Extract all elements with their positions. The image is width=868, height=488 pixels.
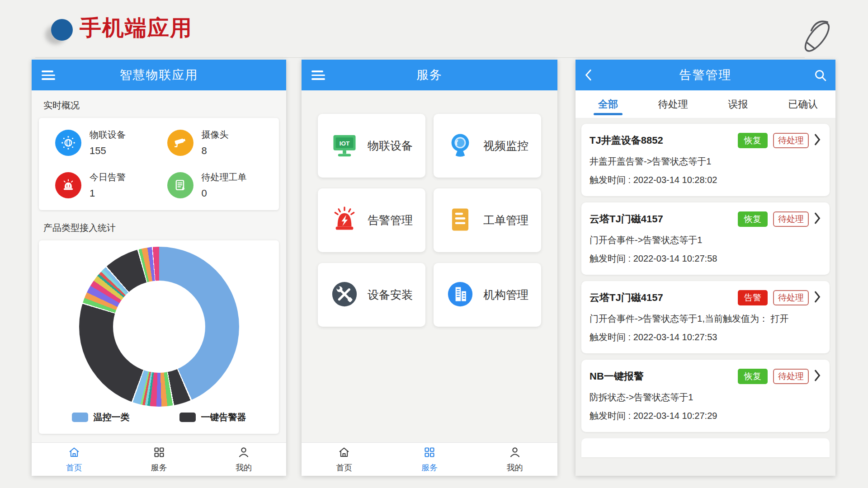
services-grid: IOT 物联设备 视频监控 — [318, 114, 541, 327]
divider-line — [35, 57, 805, 58]
donut-chart — [79, 247, 239, 407]
appbar-title: 服务 — [416, 67, 443, 83]
status-badge: 恢复 — [738, 133, 768, 148]
nav-home[interactable]: 首页 — [32, 446, 117, 473]
alarm-description: 门开合事件->告警状态等于1 — [590, 234, 821, 246]
user-icon — [509, 446, 521, 460]
pending-tag-badge: 待处理 — [773, 369, 809, 384]
product-type-chart-card: 温控一类 一键告警器 — [39, 240, 279, 434]
alarm-title: 云塔TJ门磁4157 — [590, 291, 738, 305]
status-badge: 告警 — [738, 290, 768, 305]
grid-icon — [423, 446, 436, 460]
menu-icon[interactable] — [311, 70, 325, 82]
stat-value: 8 — [202, 145, 229, 157]
stat-today-alarms[interactable]: 今日告警 1 — [47, 171, 159, 199]
nav-home[interactable]: 首页 — [302, 446, 387, 473]
appbar: 告警管理 — [576, 60, 835, 90]
alarm-card[interactable]: TJ井盖设备8852 恢复 待处理 井盖开盖告警->告警状态等于1 触发时间 :… — [581, 124, 830, 196]
nav-services[interactable]: 服务 — [117, 446, 202, 473]
bottom-nav: 首页 服务 我的 — [302, 442, 557, 476]
stat-pending-workorders[interactable]: 待处理工单 0 — [159, 171, 271, 199]
appbar-title: 告警管理 — [679, 67, 732, 83]
alarm-trigger-time: 触发时间 : 2022-03-14 10:27:29 — [590, 410, 821, 422]
iot-monitor-icon: IOT — [330, 131, 359, 161]
chevron-right-icon[interactable] — [813, 133, 821, 148]
service-workorder-management[interactable]: 工单管理 — [434, 188, 541, 252]
service-iot-devices[interactable]: IOT 物联设备 — [318, 114, 425, 178]
stat-iot-devices[interactable]: 物联设备 155 — [47, 129, 159, 157]
stat-label: 摄像头 — [202, 129, 229, 141]
appbar: 智慧物联应用 — [32, 60, 286, 90]
alarm-card-partial — [581, 438, 830, 457]
title-bullet — [51, 19, 73, 41]
legend-swatch — [179, 413, 196, 422]
pending-tag-badge: 待处理 — [773, 211, 809, 227]
section-label-chart: 产品类型接入统计 — [32, 213, 286, 239]
tab-false-alarm[interactable]: 误报 — [706, 90, 771, 118]
chevron-right-icon[interactable] — [813, 369, 821, 384]
alarm-description: 井盖开盖告警->告警状态等于1 — [590, 155, 821, 168]
stat-label: 物联设备 — [90, 129, 126, 141]
legend-item: 温控一类 — [72, 411, 130, 423]
alarm-card[interactable]: 云塔TJ门磁4157 恢复 待处理 门开合事件->告警状态等于1 触发时间 : … — [581, 202, 830, 275]
legend-item: 一键告警器 — [179, 411, 246, 423]
workorder-doc-icon — [446, 206, 474, 235]
stat-value: 0 — [202, 188, 247, 199]
alarm-trigger-time: 触发时间 : 2022-03-14 10:27:53 — [590, 331, 821, 343]
service-organization-management[interactable]: 机构管理 — [434, 263, 541, 327]
stat-value: 1 — [90, 188, 126, 199]
alarm-list: TJ井盖设备8852 恢复 待处理 井盖开盖告警->告警状态等于1 触发时间 :… — [576, 118, 835, 457]
menu-icon[interactable] — [42, 70, 55, 82]
appbar: 服务 — [302, 60, 557, 90]
alarm-trigger-time: 触发时间 : 2022-03-14 10:27:58 — [590, 253, 821, 265]
chevron-right-icon[interactable] — [813, 212, 821, 226]
pending-tag-badge: 待处理 — [773, 133, 809, 148]
alarm-trigger-time: 触发时间 : 2022-03-14 10:28:02 — [590, 174, 821, 186]
workorder-icon — [167, 172, 193, 198]
phone-screen-dashboard: 智慧物联应用 实时概况 物联设备 155 — [32, 60, 286, 476]
home-icon — [68, 446, 80, 460]
home-icon — [338, 446, 350, 460]
alarm-filter-tabs: 全部 待处理 误报 已确认 — [576, 90, 835, 118]
alarm-title: TJ井盖设备8852 — [590, 134, 738, 147]
service-device-installation[interactable]: 设备安装 — [318, 263, 425, 327]
iot-network-icon — [55, 130, 81, 156]
nav-profile[interactable]: 我的 — [201, 446, 286, 473]
tab-pending[interactable]: 待处理 — [641, 90, 706, 118]
pending-tag-badge: 待处理 — [773, 290, 809, 305]
status-badge: 恢复 — [738, 369, 768, 384]
stat-cameras[interactable]: 摄像头 8 — [159, 129, 271, 157]
alarm-description: 门开合事件->告警状态等于1,当前触发值为： 打开 — [590, 313, 821, 325]
appbar-title: 智慧物联应用 — [120, 67, 198, 83]
nav-profile[interactable]: 我的 — [472, 446, 557, 473]
search-icon[interactable] — [814, 69, 827, 84]
stat-value: 155 — [90, 145, 126, 157]
page-title: 手机端应用 — [80, 14, 193, 42]
alarm-card[interactable]: NB一键报警 恢复 待处理 防拆状态->告警状态等于1 触发时间 : 2022-… — [581, 360, 830, 432]
nav-services[interactable]: 服务 — [387, 446, 472, 473]
back-icon[interactable] — [583, 69, 594, 83]
chevron-right-icon[interactable] — [813, 291, 821, 305]
building-icon — [446, 280, 474, 310]
chart-legend: 温控一类 一键告警器 — [72, 411, 246, 423]
alarm-icon — [55, 172, 81, 198]
realtime-stats-card: 物联设备 155 摄像头 8 — [39, 118, 279, 210]
webcam-icon — [446, 131, 474, 161]
service-video-monitoring[interactable]: 视频监控 — [434, 114, 541, 178]
alarm-title: 云塔TJ门磁4157 — [590, 212, 738, 226]
siren-icon — [330, 206, 359, 235]
stat-label: 待处理工单 — [202, 171, 247, 183]
service-alarm-management[interactable]: 告警管理 — [318, 188, 425, 252]
tools-icon — [330, 280, 359, 310]
bottom-nav: 首页 服务 我的 — [32, 442, 286, 476]
alarm-title: NB一键报警 — [590, 370, 738, 383]
user-icon — [237, 446, 250, 460]
pen-icon — [797, 16, 836, 60]
alarm-description: 防拆状态->告警状态等于1 — [590, 391, 821, 404]
section-label-realtime: 实时概况 — [32, 90, 286, 117]
alarm-card[interactable]: 云塔TJ门磁4157 告警 待处理 门开合事件->告警状态等于1,当前触发值为：… — [581, 281, 830, 353]
camera-icon — [167, 130, 193, 156]
legend-swatch — [72, 413, 88, 422]
tab-confirmed[interactable]: 已确认 — [770, 90, 835, 118]
tab-all[interactable]: 全部 — [576, 90, 641, 118]
